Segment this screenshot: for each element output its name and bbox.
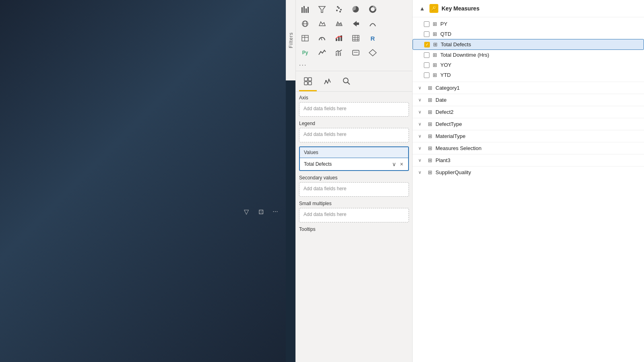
more-viz-button[interactable]: ···	[297, 60, 381, 68]
donut-chart-icon[interactable]	[365, 2, 380, 16]
globe-map-icon[interactable]	[297, 17, 313, 31]
matrix-icon[interactable]	[348, 31, 363, 45]
card-icon[interactable]	[348, 46, 363, 60]
svg-point-37	[325, 80, 327, 82]
filled-map-icon[interactable]	[331, 17, 347, 31]
section-chevron-category1: ∨	[418, 85, 425, 90]
secondary-values-section: Secondary values Add data fields here	[299, 175, 409, 197]
svg-rect-35	[304, 82, 308, 85]
measure-table-icon-yoy: ⊞	[433, 62, 437, 68]
section-defect2[interactable]: ∨ ⊞ Defect2	[413, 106, 644, 118]
svg-rect-2	[305, 8, 307, 13]
measure-checkbox-total-defects[interactable]: ✓	[424, 42, 430, 47]
measure-item-yoy[interactable]: ⊞ YOY	[413, 60, 644, 70]
focus-mode-icon[interactable]: ⊡	[255, 206, 266, 217]
gauge-icon[interactable]	[314, 31, 330, 45]
arc-viz-icon[interactable]	[365, 17, 380, 31]
line-chart-icon[interactable]	[314, 46, 330, 60]
legend-section: Legend Add data fields here	[299, 121, 409, 142]
more-options-icon[interactable]: ···	[270, 206, 281, 217]
svg-rect-34	[308, 78, 312, 81]
svg-point-6	[338, 7, 340, 9]
measure-item-py[interactable]: ⊞ PY	[413, 19, 644, 29]
filters-tab[interactable]: Filters	[286, 0, 295, 80]
diamond-map-icon[interactable]	[365, 46, 380, 60]
viz-toolbar: R Py ···	[296, 0, 412, 71]
bar-chart-icon[interactable]	[297, 2, 313, 16]
section-measures-selection[interactable]: ∨ ⊞ Measures Selection	[413, 142, 644, 154]
svg-rect-22	[353, 35, 359, 41]
legend-placeholder: Add data fields here	[303, 132, 347, 137]
collapse-key-measures-button[interactable]: ▲	[418, 4, 426, 12]
svg-rect-33	[304, 78, 308, 81]
svg-rect-27	[336, 53, 337, 56]
measure-checkbox-py[interactable]	[424, 21, 429, 27]
tooltips-section: Tooltips	[299, 226, 409, 232]
format-tab-icon[interactable]	[318, 74, 336, 91]
filter-icon[interactable]: ▽	[241, 206, 252, 217]
measure-item-total-defects[interactable]: ✓ ⊞ Total Defects	[413, 39, 644, 50]
measure-checkbox-qtd[interactable]	[424, 31, 429, 37]
kpi-icon[interactable]	[331, 31, 347, 45]
python-script-icon[interactable]: Py	[297, 46, 313, 60]
axis-section: Axis Add data fields here	[299, 95, 409, 117]
values-chip[interactable]: Total Defects ∨ ×	[300, 158, 408, 170]
scatter-icon[interactable]	[331, 2, 347, 16]
section-category1[interactable]: ∨ ⊞ Category1	[413, 82, 644, 94]
values-chip-actions: ∨ ×	[391, 161, 404, 167]
secondary-values-drop-zone[interactable]: Add data fields here	[299, 182, 409, 197]
legend-drop-zone[interactable]: Add data fields here	[299, 128, 409, 142]
table-viz-icon[interactable]	[297, 31, 313, 45]
small-multiples-placeholder: Add data fields here	[303, 212, 347, 217]
measure-checkbox-yoy[interactable]	[424, 62, 429, 68]
r-script-icon[interactable]: R	[365, 31, 380, 45]
axis-drop-zone[interactable]: Add data fields here	[299, 102, 409, 117]
values-chip-remove-button[interactable]: ×	[399, 161, 404, 167]
secondary-values-placeholder: Add data fields here	[303, 186, 347, 191]
values-header: Values	[300, 147, 408, 158]
small-multiples-label: Small multiples	[299, 201, 409, 206]
section-date[interactable]: ∨ ⊞ Date	[413, 94, 644, 106]
svg-marker-4	[319, 6, 325, 12]
section-icon-plant3: ⊞	[428, 157, 432, 163]
section-supplierquality[interactable]: ∨ ⊞ SupplierQuality	[413, 166, 644, 178]
svg-rect-21	[341, 35, 342, 41]
svg-rect-29	[340, 52, 341, 56]
svg-rect-19	[336, 39, 337, 41]
svg-rect-3	[308, 7, 309, 13]
funnel-icon[interactable]	[314, 2, 330, 16]
small-multiples-drop-zone[interactable]: Add data fields here	[299, 208, 409, 222]
pie-chart-icon[interactable]	[348, 2, 363, 16]
arrow-nav-icon[interactable]	[348, 17, 363, 31]
analytics-tab-icon[interactable]	[338, 74, 355, 91]
section-chevron-defecttype: ∨	[418, 121, 425, 127]
section-materialtype[interactable]: ∨ ⊞ MaterialType	[413, 130, 644, 142]
section-label-plant3: Plant3	[436, 157, 450, 163]
section-icon-defecttype: ⊞	[428, 121, 432, 127]
values-chip-expand-button[interactable]: ∨	[391, 161, 397, 167]
svg-rect-1	[303, 6, 305, 13]
svg-rect-0	[301, 7, 303, 13]
measure-checkbox-ytd[interactable]	[424, 72, 429, 78]
fields-tab-icon[interactable]	[299, 74, 317, 91]
svg-point-7	[340, 9, 342, 10]
measure-table-icon-total-downtime: ⊞	[433, 52, 437, 58]
section-icon-supplierquality: ⊞	[428, 169, 432, 175]
section-label-defect2: Defect2	[436, 109, 454, 115]
measure-item-ytd[interactable]: ⊞ YTD	[413, 70, 644, 80]
section-defecttype[interactable]: ∨ ⊞ DefectType	[413, 118, 644, 130]
key-measures-icon: 🔑	[429, 4, 438, 13]
values-label: Values	[304, 150, 318, 155]
section-plant3[interactable]: ∨ ⊞ Plant3	[413, 154, 644, 166]
measure-label-qtd: QTD	[440, 31, 638, 37]
axis-placeholder: Add data fields here	[303, 106, 347, 111]
tooltips-label: Tooltips	[299, 226, 409, 232]
shape-map-icon[interactable]	[314, 17, 330, 31]
measure-item-qtd[interactable]: ⊞ QTD	[413, 29, 644, 39]
combo-chart-icon[interactable]	[331, 46, 347, 60]
key-measures-header: ▲ 🔑 Key Measures	[413, 0, 644, 17]
section-chevron-date: ∨	[418, 97, 425, 103]
measure-item-total-downtime[interactable]: ⊞ Total Downtime (Hrs)	[413, 50, 644, 60]
measure-checkbox-total-downtime[interactable]	[424, 52, 429, 58]
section-icon-materialtype: ⊞	[428, 133, 432, 139]
